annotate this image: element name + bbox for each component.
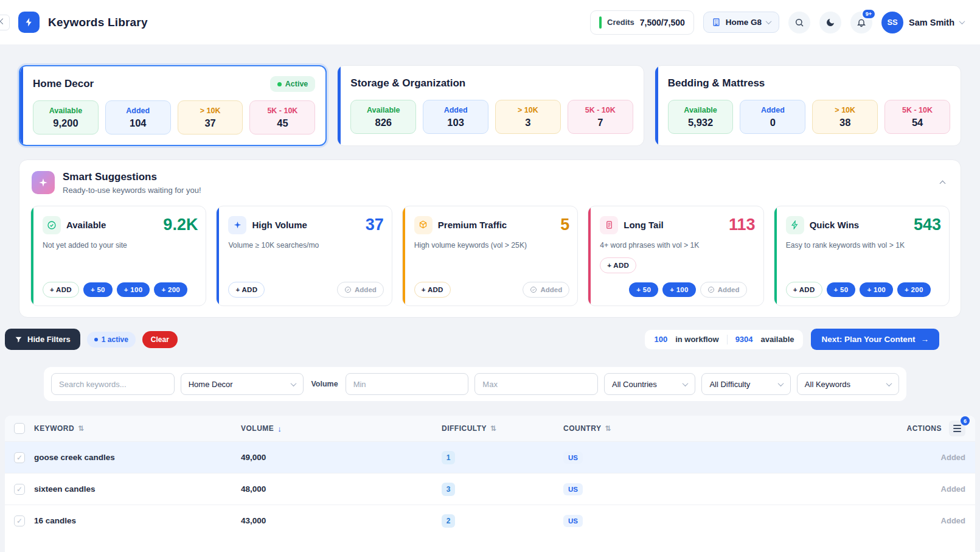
- search-input[interactable]: [51, 373, 175, 395]
- row-status: Added: [941, 484, 965, 494]
- row-checkbox[interactable]: ✓: [14, 484, 25, 495]
- accent-bar: [655, 66, 658, 145]
- keyword-counts: 100 in workflow 9304 available: [645, 330, 803, 349]
- available-label: available: [761, 335, 794, 344]
- dot-icon: [94, 338, 98, 341]
- back-button[interactable]: [0, 15, 10, 30]
- add-50-button[interactable]: + 50: [629, 282, 658, 297]
- project-title: Bedding & Mattress: [668, 77, 765, 89]
- keywords-table: KEYWORD⇅ VOLUME↓ DIFFICULTY⇅ COUNTRY⇅ AC…: [5, 416, 975, 552]
- stat-gt10k: > 10K 3: [495, 100, 561, 134]
- added-indicator: Added: [523, 282, 569, 298]
- added-indicator: Added: [337, 282, 384, 298]
- dark-mode-toggle[interactable]: [819, 12, 841, 33]
- add-button[interactable]: + ADD: [600, 257, 636, 273]
- accent-bar: [774, 206, 777, 306]
- add-button[interactable]: + ADD: [786, 282, 822, 298]
- column-country[interactable]: COUNTRY: [563, 424, 601, 433]
- table-row[interactable]: ✓ goose creek candles 49,000 1 US Added: [5, 441, 975, 473]
- check-circle-icon: [530, 286, 537, 293]
- added-indicator: Added: [700, 282, 747, 298]
- workspace-label: Home G8: [726, 18, 762, 27]
- row-checkbox[interactable]: ✓: [14, 452, 25, 463]
- suggestion-count: 543: [914, 215, 941, 234]
- user-menu[interactable]: SS Sam Smith: [881, 12, 964, 33]
- suggestion-card-long-tail: Long Tail 113 4+ word phrases with vol >…: [588, 206, 763, 306]
- moon-icon: [825, 18, 835, 27]
- sparkle-icon: [228, 216, 246, 234]
- suggestion-count: 37: [366, 215, 384, 234]
- active-filters-badge: 1 active: [87, 332, 136, 348]
- chevron-left-icon: [0, 18, 5, 24]
- stat-added: Added 103: [423, 100, 488, 134]
- chevron-down-icon: [291, 380, 297, 386]
- select-all-checkbox[interactable]: [14, 423, 25, 434]
- project-card-home-decor[interactable]: Home Decor Active Available 9,200 Added …: [19, 65, 327, 146]
- accent-bar: [338, 66, 341, 145]
- add-100-button[interactable]: + 100: [860, 282, 893, 297]
- stat-5k-10k: 5K - 10K 7: [568, 100, 633, 134]
- search-button[interactable]: [788, 12, 810, 33]
- collapse-suggestions-button[interactable]: [937, 175, 948, 191]
- chevron-down-icon: [959, 18, 965, 24]
- add-200-button[interactable]: + 200: [154, 282, 187, 297]
- volume-label: Volume: [310, 380, 339, 388]
- workflow-label: in workflow: [675, 335, 719, 344]
- sort-icon[interactable]: ⇅: [605, 424, 611, 433]
- stat-5k-10k: 5K - 10K 54: [884, 100, 950, 134]
- row-checkbox[interactable]: ✓: [14, 515, 25, 526]
- country-select[interactable]: All Countries: [604, 373, 695, 395]
- stat-5k-10k: 5K - 10K 45: [249, 100, 315, 135]
- column-volume[interactable]: VOLUME: [241, 424, 274, 433]
- keywords-library-app: Keywords Library Credits 7,500/7,500 Hom…: [0, 0, 980, 552]
- difficulty-select[interactable]: All Difficulty: [701, 373, 790, 395]
- chevron-down-icon: [777, 380, 784, 386]
- notifications-button[interactable]: 9+: [850, 12, 872, 33]
- difficulty-badge: 1: [442, 451, 455, 464]
- sort-icon[interactable]: ⇅: [78, 424, 85, 433]
- cube-icon: [414, 216, 433, 234]
- table-row[interactable]: ✓ sixteen candles 48,000 3 US Added: [5, 473, 975, 505]
- table-row[interactable]: ✓ 16 candles 43,000 2 US Added: [5, 505, 975, 536]
- suggestion-count: 5: [560, 215, 569, 234]
- project-card-bedding-mattress[interactable]: Bedding & Mattress Available 5,932 Added…: [655, 65, 961, 146]
- suggestion-desc: 4+ word phrases with vol > 1K: [600, 241, 755, 250]
- add-200-button[interactable]: + 200: [897, 282, 931, 297]
- add-50-button[interactable]: + 50: [827, 282, 856, 297]
- project-select[interactable]: Home Decor: [181, 373, 304, 395]
- add-button[interactable]: + ADD: [43, 282, 79, 298]
- next-plan-content-button[interactable]: Next: Plan Your Content →: [811, 329, 939, 350]
- add-100-button[interactable]: + 100: [662, 282, 696, 297]
- volume-cell: 43,000: [241, 516, 442, 525]
- check-circle-icon: [43, 216, 61, 234]
- project-card-storage-organization[interactable]: Storage & Organization Available 826 Add…: [337, 65, 644, 146]
- project-cards-row: Home Decor Active Available 9,200 Added …: [0, 44, 980, 146]
- suggestion-desc: Volume ≥ 10K searches/mo: [228, 241, 383, 250]
- suggestion-count: 9.2K: [163, 215, 198, 234]
- keywords-select[interactable]: All Keywords: [797, 373, 899, 395]
- accent-bar: [217, 206, 219, 306]
- bulk-actions-menu-button[interactable]: 6: [949, 421, 965, 436]
- keyword-cell: goose creek candles: [34, 453, 241, 462]
- add-button[interactable]: + ADD: [414, 282, 451, 298]
- available-count: 9304: [735, 335, 753, 344]
- country-badge: US: [563, 452, 583, 464]
- column-difficulty[interactable]: DIFFICULTY: [442, 424, 487, 433]
- suggestions-title: Smart Suggestions: [63, 171, 201, 183]
- credits-meter: Credits 7,500/7,500: [590, 10, 694, 35]
- add-50-button[interactable]: + 50: [83, 282, 113, 297]
- add-button[interactable]: + ADD: [228, 282, 265, 298]
- clear-filters-button[interactable]: Clear: [142, 331, 178, 348]
- column-keyword[interactable]: KEYWORD: [34, 424, 74, 433]
- sort-desc-icon[interactable]: ↓: [277, 424, 282, 433]
- workspace-selector[interactable]: Home G8: [703, 12, 779, 33]
- suggestion-count: 113: [729, 215, 756, 234]
- hide-filters-button[interactable]: Hide Filters: [5, 329, 80, 350]
- volume-min-input[interactable]: [346, 373, 469, 395]
- document-icon: [600, 216, 618, 234]
- sort-icon[interactable]: ⇅: [490, 424, 497, 433]
- accent-bar: [403, 206, 405, 306]
- volume-max-input[interactable]: [474, 373, 598, 395]
- smart-suggestions-panel: Smart Suggestions Ready-to-use keywords …: [19, 159, 961, 318]
- add-100-button[interactable]: + 100: [117, 282, 150, 297]
